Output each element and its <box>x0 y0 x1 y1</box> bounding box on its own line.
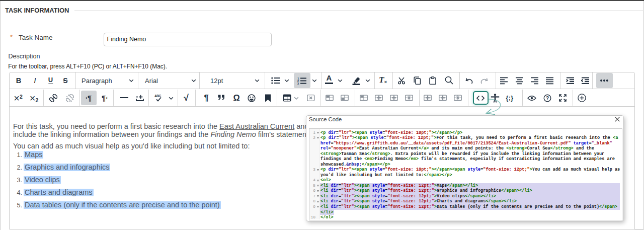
svg-text:3: 3 <box>297 82 299 85</box>
svg-text:ABC: ABC <box>154 94 162 98</box>
svg-text:?: ? <box>546 95 549 101</box>
